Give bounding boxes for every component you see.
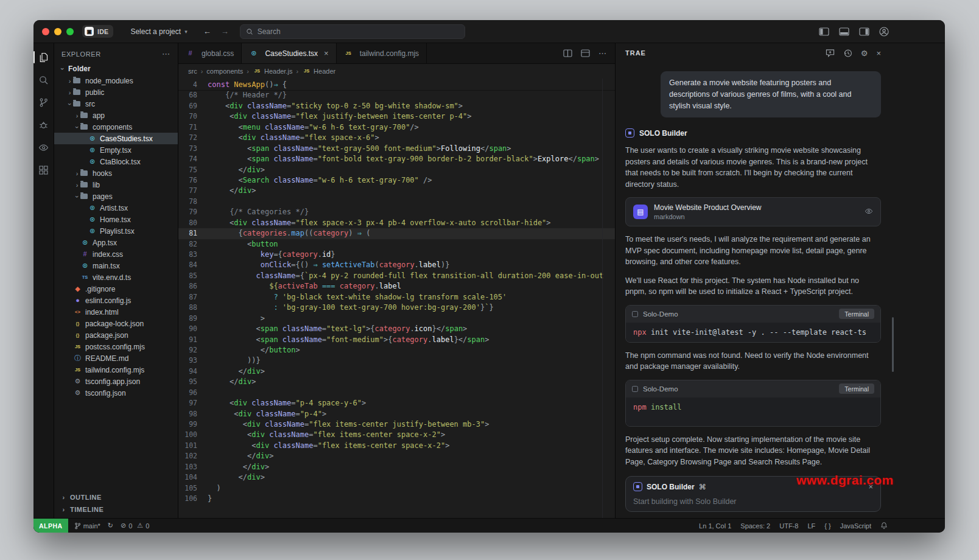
code-line[interactable]: 83 key={category.id}	[178, 250, 615, 260]
activity-source-control-icon[interactable]	[33, 94, 54, 110]
tree-item-README.md[interactable]: ⓘREADME.md	[54, 352, 178, 364]
code-line[interactable]: 84 onClick={() ⇒ setActiveTab(category.l…	[178, 260, 615, 270]
maximize-window-button[interactable]	[66, 28, 74, 35]
code-line[interactable]: 94 </div>	[178, 366, 615, 377]
breadcrumb-item[interactable]: components	[206, 68, 243, 75]
code-line[interactable]: 86 ${activeTab === category.label	[178, 281, 615, 292]
code-line[interactable]: 85 className={`px-4 py-2 rounded-full fl…	[178, 271, 615, 281]
breadcrumb-item[interactable]: JSHeader	[302, 68, 335, 75]
code-line[interactable]: 106}	[178, 494, 615, 504]
tree-item-lib[interactable]: ›lib	[54, 179, 178, 191]
activity-extensions-icon[interactable]	[33, 162, 54, 178]
breadcrumb-item[interactable]: src	[188, 68, 197, 75]
document-card[interactable]: ▤Movie Website Product Overviewmarkdown	[625, 197, 881, 226]
code-line[interactable]: 104 </div>	[178, 472, 615, 483]
activity-explorer-icon[interactable]	[33, 49, 54, 65]
account-icon[interactable]	[879, 27, 889, 37]
tree-item-package.json[interactable]: {}package.json	[54, 329, 178, 341]
minimize-window-button[interactable]	[54, 28, 61, 35]
code-line[interactable]: 99 <div className="flex items-center jus…	[178, 419, 615, 430]
code-line[interactable]: 97 <div className="p-4 space-y-6">	[178, 398, 615, 408]
code-line[interactable]: 101 <div className="flex items-center sp…	[178, 441, 615, 451]
tree-item-.gitignore[interactable]: ◆.gitignore	[54, 283, 178, 295]
activity-preview-icon[interactable]	[33, 139, 54, 155]
braces-indicator[interactable]: { }	[824, 522, 830, 530]
tree-item-tsconfig.json[interactable]: ⚙tsconfig.json	[54, 387, 178, 399]
activity-debug-icon[interactable]	[33, 117, 54, 133]
tree-item-eslint.config.js[interactable]: ●eslint.config.js	[54, 295, 178, 306]
code-line[interactable]: 100 <div className="flex items-center sp…	[178, 430, 615, 440]
tab-CaseStudies.tsx[interactable]: ⊛CaseStudies.tsx×	[242, 43, 336, 63]
code-line[interactable]: 93 ))}	[178, 355, 615, 366]
breadcrumb-item[interactable]: JSHeader.js	[253, 68, 292, 75]
code-line[interactable]: 4const NewsApp()⇒ {	[178, 80, 615, 90]
eol-setting[interactable]: LF	[807, 522, 815, 530]
code-line[interactable]: 80 <div className="flex space-x-3 px-4 p…	[178, 218, 615, 228]
language-mode[interactable]: JavaScript	[840, 522, 871, 530]
problems-indicator[interactable]: ⊘ 0 ⚠ 0	[121, 522, 149, 530]
code-line[interactable]: 71 <menu className="w-6 h-6 text-gray-70…	[178, 122, 615, 133]
code-line[interactable]: 78	[178, 197, 615, 207]
branch-indicator[interactable]: main*	[74, 522, 100, 530]
code-line[interactable]: 68 {/* Header */}	[178, 90, 615, 100]
encoding[interactable]: UTF-8	[779, 522, 798, 530]
code-line[interactable]: 77 </div>	[178, 186, 615, 196]
tree-item-CtaBlock.tsx[interactable]: ⊛CtaBlock.tsx	[54, 156, 178, 167]
code-line[interactable]: 103 </div>	[178, 462, 615, 472]
code-line[interactable]: 92 </button>	[178, 345, 615, 355]
editor-more-icon[interactable]: ⋯	[598, 49, 606, 58]
tree-item-App.tsx[interactable]: ⊛App.tsx	[54, 237, 178, 248]
code-line[interactable]: 91 <span className="font-medium">{catego…	[178, 335, 615, 345]
tree-item-vite.env.d.ts[interactable]: TSvite.env.d.ts	[54, 271, 178, 283]
outline-section[interactable]: › OUTLINE	[54, 491, 178, 503]
tree-item-hooks[interactable]: ›hooks	[54, 167, 178, 179]
code-line[interactable]: 102 </div>	[178, 451, 615, 461]
global-search[interactable]: Search	[240, 24, 465, 39]
terminal-card[interactable]: Solo-DemoTerminalnpm install	[625, 380, 881, 427]
tree-item-main.tsx[interactable]: ⊛main.tsx	[54, 260, 178, 271]
forward-button[interactable]: →	[221, 27, 229, 36]
tree-item-node_modules[interactable]: ›node_modules	[54, 75, 178, 86]
code-line[interactable]: 79 {/* Categories */}	[178, 207, 615, 217]
code-line[interactable]: 96	[178, 388, 615, 398]
tab-tailwind.config.mjs[interactable]: JStailwind.config.mjs	[337, 43, 427, 63]
tree-item-postcss.config.mjs[interactable]: JSpostcss.config.mjs	[54, 341, 178, 352]
code-line[interactable]: 69 <div className="sticky top-0 z-50 bg-…	[178, 101, 615, 111]
chat-scrollbar[interactable]	[892, 317, 894, 372]
terminal-card[interactable]: Solo-DemoTerminalnpx init vite-init@late…	[625, 305, 881, 343]
sync-icon[interactable]: ↻	[108, 522, 113, 530]
code-line[interactable]: 87 ? 'bg-black text-white shadow-lg tran…	[178, 292, 615, 303]
tree-item-components[interactable]: ›components	[54, 121, 178, 133]
code-line[interactable]: 81 {categories.map((category) ⇒ (	[178, 228, 615, 239]
code-line[interactable]: 76 <Search className="w-6 h-6 text-gray-…	[178, 175, 615, 186]
code-line[interactable]: 105 )	[178, 483, 615, 494]
split-editor-icon[interactable]	[563, 49, 572, 57]
tree-item-Home.tsx[interactable]: ⊛Home.tsx	[54, 214, 178, 225]
toggle-left-panel-icon[interactable]	[819, 27, 829, 36]
editor-scrollbar[interactable]	[602, 79, 603, 518]
tree-item-tsconfig.app.json[interactable]: ⚙tsconfig.app.json	[54, 376, 178, 387]
code-line[interactable]: 90 <span className="text-lg">{category.i…	[178, 324, 615, 334]
settings-gear-icon[interactable]: ⚙	[861, 49, 868, 57]
code-line[interactable]: 74 <span className="font-bold text-gray-…	[178, 154, 615, 164]
tree-item-app[interactable]: ›app	[54, 110, 178, 121]
close-window-button[interactable]	[42, 28, 49, 35]
history-icon[interactable]	[843, 49, 852, 58]
code-line[interactable]: 75 </div>	[178, 165, 615, 175]
tree-item-public[interactable]: ›public	[54, 86, 178, 98]
notifications-bell-icon[interactable]	[880, 522, 888, 530]
workspace-root[interactable]: › Folder	[54, 63, 178, 74]
tree-item-src[interactable]: ›src	[54, 98, 178, 110]
back-button[interactable]: ←	[203, 27, 211, 36]
tree-item-index.html[interactable]: <>index.html	[54, 306, 178, 318]
tree-item-Empty.tsx[interactable]: ⊛Empty.tsx	[54, 144, 178, 156]
code-editor[interactable]: 4const NewsApp()⇒ {68 {/* Header */}69 <…	[178, 79, 615, 518]
new-chat-icon[interactable]	[826, 49, 835, 57]
tree-item-Playlist.tsx[interactable]: ⊛Playlist.tsx	[54, 225, 178, 237]
code-line[interactable]: 98 <div className="p-4">	[178, 409, 615, 419]
tree-item-tailwind.config.mjs[interactable]: JStailwind.config.mjs	[54, 364, 178, 376]
code-line[interactable]: 95 </div>	[178, 377, 615, 387]
close-icon[interactable]: ×	[324, 49, 329, 58]
activity-search-icon[interactable]	[33, 72, 54, 88]
editor-layout-icon[interactable]	[581, 49, 590, 57]
